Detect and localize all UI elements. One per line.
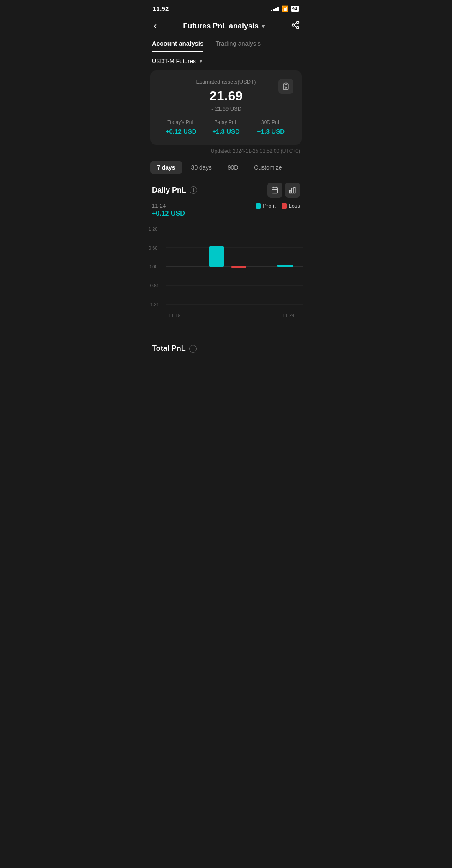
- battery-level: 94: [292, 6, 297, 11]
- today-pnl: Today's PnL +0.12 USD: [159, 119, 203, 135]
- period-90d[interactable]: 90D: [221, 161, 245, 174]
- tab-trading-analysis[interactable]: Trading analysis: [215, 40, 261, 52]
- period-7days[interactable]: 7 days: [150, 161, 182, 174]
- period-30days[interactable]: 30 days: [185, 161, 218, 174]
- today-pnl-value: +0.12 USD: [159, 128, 203, 135]
- assets-label: Estimated assets(USDT): [159, 79, 293, 85]
- assets-usd: ≈ 21.69 USD: [159, 106, 293, 112]
- period-customize[interactable]: Customize: [247, 161, 288, 174]
- daily-pnl-info-icon[interactable]: i: [190, 186, 197, 194]
- total-pnl-info-icon[interactable]: i: [189, 345, 197, 353]
- chart-info: 11-24 +0.12 USD Profit Loss: [144, 203, 308, 221]
- tab-account-analysis[interactable]: Account analysis: [152, 40, 203, 52]
- header: ‹ Futures PnL analysis ▼: [144, 15, 308, 40]
- chart-legend: Profit Loss: [256, 203, 300, 209]
- assets-header: Estimated assets(USDT) 21.69 ≈ 21.69 USD: [159, 79, 293, 112]
- calendar-button[interactable]: [267, 183, 282, 198]
- chart-type-button[interactable]: [285, 183, 300, 198]
- profit-legend-label: Profit: [263, 203, 275, 209]
- svg-text:11-19: 11-19: [169, 313, 180, 318]
- chart-date: 11-24: [152, 203, 185, 209]
- loss-legend: Loss: [282, 203, 300, 209]
- chart-date-value: 11-24 +0.12 USD: [152, 203, 185, 217]
- bar-loss-1: [231, 266, 246, 268]
- page-title: Futures PnL analysis: [183, 22, 259, 31]
- title-dropdown-arrow[interactable]: ▼: [260, 23, 266, 29]
- assets-card: Estimated assets(USDT) 21.69 ≈ 21.69 USD…: [150, 70, 302, 145]
- chart-pnl-value: +0.12 USD: [152, 210, 185, 217]
- 7day-pnl-value: +1.3 USD: [203, 128, 248, 135]
- receipt-icon[interactable]: [278, 79, 293, 94]
- tab-bar: Account analysis Trading analysis: [144, 40, 308, 52]
- futures-selector[interactable]: USDT-M Futures ▼: [144, 52, 308, 69]
- bar-profit-1: [209, 246, 224, 267]
- total-pnl-section: Total PnL i: [144, 338, 308, 353]
- status-right: 📶 94: [271, 5, 299, 12]
- svg-text:0.60: 0.60: [149, 245, 157, 250]
- loss-legend-color: [282, 203, 287, 209]
- futures-label: USDT-M Futures: [152, 58, 196, 64]
- profit-legend: Profit: [256, 203, 275, 209]
- daily-pnl-title: Daily PnL i: [152, 186, 197, 195]
- signal-icon: [271, 6, 279, 11]
- assets-value: 21.69: [159, 88, 293, 104]
- bar-chart: 1.20 0.60 0.00 -0.61 -1.21 11-19 11-24: [144, 221, 308, 338]
- svg-rect-7: [272, 188, 278, 193]
- svg-rect-5: [285, 83, 287, 85]
- total-pnl-title: Total PnL i: [152, 344, 300, 353]
- svg-rect-13: [294, 187, 295, 193]
- time: 11:52: [153, 5, 169, 12]
- update-time: Updated: 2024-11-25 03:52:00 (UTC+0): [144, 145, 308, 154]
- back-button[interactable]: ‹: [152, 19, 158, 33]
- pnl-row: Today's PnL +0.12 USD 7-day PnL +1.3 USD…: [159, 119, 293, 135]
- header-title: Futures PnL analysis ▼: [183, 22, 266, 31]
- period-selector: 7 days 30 days 90D Customize: [144, 154, 308, 178]
- wifi-icon: 📶: [281, 5, 288, 12]
- bar-profit-2: [277, 265, 293, 267]
- chart-svg: 1.20 0.60 0.00 -0.61 -1.21 11-19 11-24: [149, 221, 303, 330]
- futures-dropdown-arrow: ▼: [198, 58, 203, 64]
- svg-text:-0.61: -0.61: [149, 283, 159, 288]
- 30day-pnl-value: +1.3 USD: [249, 128, 293, 135]
- svg-rect-11: [290, 190, 291, 193]
- svg-rect-12: [292, 188, 293, 193]
- battery-icon: 94: [291, 6, 299, 12]
- today-pnl-label: Today's PnL: [159, 119, 203, 125]
- 7day-pnl: 7-day PnL +1.3 USD: [203, 119, 248, 135]
- profit-legend-color: [256, 203, 261, 209]
- svg-text:11-24: 11-24: [282, 313, 294, 318]
- 30day-pnl-label: 30D PnL: [249, 119, 293, 125]
- loss-legend-label: Loss: [289, 203, 300, 209]
- 7day-pnl-label: 7-day PnL: [203, 119, 248, 125]
- 30day-pnl: 30D PnL +1.3 USD: [249, 119, 293, 135]
- svg-text:-1.21: -1.21: [149, 302, 159, 307]
- chart-controls: [267, 183, 300, 198]
- svg-line-3: [294, 26, 297, 27]
- svg-text:1.20: 1.20: [149, 227, 157, 232]
- svg-line-4: [294, 23, 297, 24]
- share-button[interactable]: [291, 21, 300, 32]
- status-bar: 11:52 📶 94: [144, 0, 308, 15]
- svg-text:0.00: 0.00: [149, 264, 157, 269]
- daily-pnl-header: Daily PnL i: [144, 178, 308, 203]
